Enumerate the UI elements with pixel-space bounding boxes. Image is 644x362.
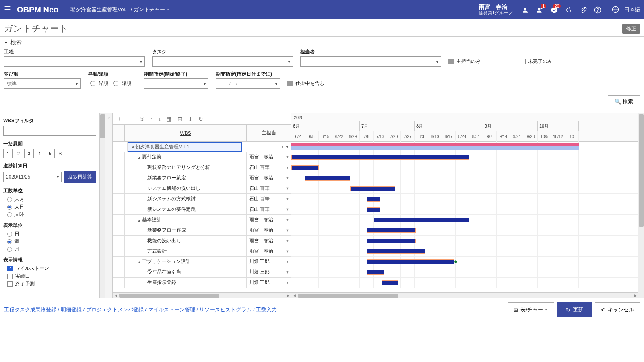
row-menu-icon[interactable]: ▼ (284, 155, 291, 159)
gantt-bar[interactable] (367, 197, 380, 202)
grid2-icon[interactable]: ⊞ (178, 116, 182, 122)
row-menu-icon[interactable]: ▼ (284, 249, 291, 253)
gantt-vscroll[interactable] (638, 113, 644, 298)
wbs-hscroll[interactable]: ◀▶ (113, 292, 291, 298)
language-switcher[interactable]: 日本語 (608, 6, 640, 14)
include-wip-checkbox[interactable] (287, 81, 293, 86)
row-menu-icon[interactable]: ▼ (284, 197, 291, 201)
owner-col-header[interactable]: 主担当 (247, 125, 291, 141)
footer-link[interactable]: 工数入力 (256, 306, 277, 313)
level-4-button[interactable]: 4 (35, 149, 44, 158)
footer-link[interactable]: 工程タスク成果物登録 (4, 306, 56, 313)
level-2-button[interactable]: 2 (14, 149, 23, 158)
row-menu-icon[interactable]: ▼ (284, 218, 291, 222)
level-6-button[interactable]: 6 (56, 149, 65, 158)
add-icon[interactable]: ＋ (117, 115, 122, 123)
period-by-input[interactable]: ____/__/__ (216, 78, 280, 89)
gantt-bar[interactable] (367, 259, 454, 264)
level-5-button[interactable]: 5 (45, 149, 55, 158)
hamburger-icon[interactable]: ☰ (4, 5, 11, 14)
row-menu-icon[interactable]: ▼ (284, 176, 291, 180)
edit-button[interactable]: 修正 (622, 24, 640, 34)
table-row[interactable]: ◢アプリケーション設計川畑 三郎▼ (113, 257, 291, 267)
table-row[interactable]: 機能の洗い出し雨宮 春治▼ (113, 236, 291, 246)
gantt-bar[interactable] (367, 207, 380, 212)
sidebar-scrollbar[interactable] (100, 113, 105, 298)
row-menu-icon[interactable]: ▼ (284, 281, 291, 285)
row-menu-icon[interactable]: ▼ (284, 166, 291, 170)
effort-opt[interactable]: 人月 (7, 196, 96, 203)
up-icon[interactable]: ↑ (150, 116, 153, 122)
gantt-bar[interactable] (291, 155, 469, 160)
row-menu-icon[interactable]: ▼ (284, 270, 291, 274)
gantt-bar[interactable] (367, 270, 384, 275)
row-menu-icon[interactable]: ▼ (284, 208, 291, 212)
desc-radio[interactable] (113, 81, 118, 86)
info-opt[interactable]: ✓マイルストーン (7, 265, 96, 272)
disp-opt[interactable]: 週 (7, 238, 96, 245)
process-select[interactable] (4, 56, 145, 67)
attachment-icon[interactable] (576, 6, 590, 14)
gantt-bar[interactable] (291, 146, 579, 150)
search-toggle[interactable]: ▼検索 (4, 39, 640, 46)
wbs-col-header[interactable]: WBS (125, 125, 247, 141)
grid1-icon[interactable]: ▦ (167, 116, 172, 122)
gantt-bar[interactable] (291, 143, 579, 146)
table-row[interactable]: 新システムの要件定義石山 百華▼ (113, 204, 291, 215)
row-menu-icon[interactable]: ▼ (279, 145, 286, 149)
gantt-bar[interactable] (350, 186, 395, 191)
table-row[interactable]: 方式設計雨宮 春治▼ (113, 246, 291, 257)
gantt-bar[interactable] (305, 176, 350, 181)
table-row[interactable]: 現状業務のヒアリングと分析石山 百華▼ (113, 162, 291, 173)
cancel-button[interactable]: ↶ キャンセル (595, 302, 640, 317)
asc-radio[interactable] (90, 81, 95, 86)
footer-link[interactable]: マイルストーン管理 (148, 306, 195, 313)
gantt-body[interactable]: ★ (291, 142, 638, 292)
gantt-bar[interactable] (367, 249, 425, 254)
period-se-select[interactable] (144, 78, 208, 89)
person-alert-icon[interactable]: 1 (533, 6, 547, 14)
row-menu-icon[interactable]: ▼ (284, 260, 291, 264)
info-opt[interactable]: 実績日 (7, 273, 96, 280)
info-opt[interactable]: 終了予測 (7, 280, 96, 287)
table-chart-button[interactable]: ⊞ 表/チャート (508, 302, 554, 317)
table-row[interactable]: 新システムの方式検討石山 百華▼ (113, 194, 291, 204)
collapse-sidebar-icon[interactable]: « (105, 113, 113, 298)
remove-icon[interactable]: － (128, 115, 134, 123)
table-row[interactable]: システム機能の洗い出し石山 百華▼ (113, 183, 291, 194)
sort-select[interactable]: 標準 (4, 78, 80, 89)
disp-opt[interactable]: 日 (7, 230, 96, 237)
table-row[interactable]: 新業務フロー策定雨宮 春治▼ (113, 173, 291, 183)
effort-opt[interactable]: 人日 (7, 204, 96, 210)
task-select[interactable] (152, 56, 293, 67)
row-menu-icon[interactable]: ▼ (284, 187, 291, 191)
level-1-button[interactable]: 1 (3, 149, 13, 158)
account-icon[interactable] (518, 6, 533, 14)
history-icon[interactable] (561, 6, 576, 14)
table-row[interactable]: ◢基本設計雨宮 春治▼ (113, 215, 291, 225)
table-row[interactable]: 受注品在庫引当川畑 三郎▼ (113, 267, 291, 278)
level-3-button[interactable]: 3 (24, 149, 34, 158)
footer-link[interactable]: 明細登録 (61, 306, 82, 313)
download-icon[interactable]: ⬇ (188, 116, 193, 122)
search-button[interactable]: 🔍 検索 (608, 95, 640, 108)
gantt-bar[interactable] (291, 165, 319, 170)
incomplete-only-checkbox[interactable] (520, 59, 526, 64)
down-icon[interactable]: ↓ (158, 116, 161, 122)
gantt-bar[interactable] (367, 239, 416, 243)
wbs-filter-input[interactable] (3, 126, 96, 136)
recalc-button[interactable]: 進捗再計算 (64, 171, 96, 183)
calc-date-input[interactable]: 2020/11/25 (3, 172, 62, 182)
row-menu-icon[interactable]: ▼ (284, 228, 291, 232)
gantt-bar[interactable] (374, 218, 469, 222)
disp-opt[interactable]: 月 (7, 246, 96, 253)
refresh-icon[interactable]: ↻ (198, 116, 203, 122)
footer-link[interactable]: プロジェクトメンバ登録 (86, 306, 144, 313)
gantt-bar[interactable] (382, 280, 398, 285)
effort-opt[interactable]: 人時 (7, 211, 96, 218)
table-row[interactable]: ◢朝夕洋食器生産管理Vol.1▼ (113, 142, 291, 152)
check-icon[interactable]: 20 (547, 6, 561, 14)
gantt-hscroll[interactable]: ◀▶ (291, 292, 638, 298)
footer-link[interactable]: リソースヒストグラム (199, 306, 252, 313)
table-row[interactable]: ◢要件定義雨宮 春治▼ (113, 152, 291, 162)
